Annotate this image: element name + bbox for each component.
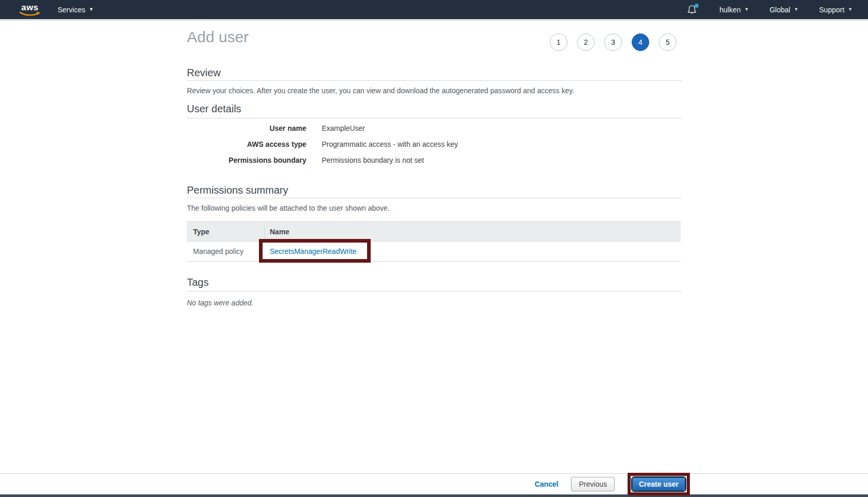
policies-table-header: Type Name	[187, 221, 681, 242]
previous-button[interactable]: Previous	[571, 477, 614, 491]
detail-label: AWS access type	[187, 140, 306, 149]
section-divider	[187, 118, 682, 118]
policy-link[interactable]: SecretsManagerReadWrite	[270, 247, 357, 255]
aws-logo[interactable]: aws	[19, 3, 41, 16]
support-menu[interactable]: Support ▼	[819, 6, 853, 14]
chevron-down-icon: ▼	[89, 7, 94, 12]
review-heading: Review	[187, 67, 221, 79]
section-divider	[187, 80, 682, 81]
user-menu-label: hulken	[719, 6, 740, 14]
region-menu-label: Global	[770, 6, 790, 14]
footer-strip	[0, 494, 868, 497]
policies-table: Type Name Managed policy SecretsManagerR…	[187, 221, 681, 262]
aws-logo-text: aws	[21, 3, 39, 12]
action-bar-buttons: Cancel Previous Create user	[0, 473, 868, 494]
step-indicator: 1 2 3 4 5	[550, 33, 676, 51]
tags-heading: Tags	[187, 277, 209, 288]
detail-value: ExampleUser	[322, 124, 365, 133]
detail-label: User name	[187, 124, 306, 133]
tags-empty-text: No tags were added.	[187, 299, 253, 307]
create-user-button[interactable]: Create user	[632, 477, 685, 491]
navbar-right: hulken ▼ Global ▼ Support ▼	[686, 4, 868, 16]
detail-row-access-type: AWS access type Programmatic access - wi…	[187, 140, 547, 149]
user-details-heading: User details	[187, 103, 241, 115]
detail-row-user-name: User name ExampleUser	[187, 124, 547, 133]
table-row: Managed policy SecretsManagerReadWrite	[187, 242, 681, 262]
step-circle-2[interactable]: 2	[577, 33, 595, 51]
annotation-box-create-user: Create user	[628, 473, 690, 495]
navbar-left: aws Services ▼	[0, 3, 94, 16]
column-header-name: Name	[265, 228, 681, 236]
policy-name-cell: SecretsManagerReadWrite	[265, 247, 681, 255]
action-bar: Cancel Previous Create user	[0, 473, 868, 497]
notifications-button[interactable]	[686, 4, 699, 16]
region-menu[interactable]: Global ▼	[770, 6, 798, 14]
section-divider	[187, 198, 682, 198]
step-circle-4-active[interactable]: 4	[632, 33, 649, 51]
chevron-down-icon: ▼	[794, 7, 798, 12]
services-menu-label: Services	[58, 6, 85, 14]
permissions-summary-description: The following policies will be attached …	[187, 204, 390, 212]
user-details-list: User name ExampleUser AWS access type Pr…	[187, 124, 547, 172]
detail-value: Permissions boundary is not set	[322, 156, 424, 165]
create-user-focus-ring: Create user	[631, 476, 686, 492]
aws-console-screen: aws Services ▼ hulken ▼	[0, 0, 868, 497]
step-circle-5[interactable]: 5	[659, 33, 676, 51]
services-menu[interactable]: Services ▼	[58, 6, 94, 14]
user-menu[interactable]: hulken ▼	[719, 6, 749, 14]
chevron-down-icon: ▼	[744, 7, 749, 12]
permissions-summary-heading: Permissions summary	[187, 184, 288, 196]
chevron-down-icon: ▼	[848, 7, 853, 12]
step-circle-1[interactable]: 1	[550, 33, 567, 51]
detail-value: Programmatic access - with an access key	[322, 140, 458, 149]
policy-type-cell: Managed policy	[187, 247, 265, 255]
column-header-type: Type	[187, 222, 265, 241]
support-menu-label: Support	[819, 6, 844, 14]
page-title: Add user	[187, 28, 249, 46]
detail-label: Permissions boundary	[187, 156, 306, 165]
detail-row-permissions-boundary: Permissions boundary Permissions boundar…	[187, 156, 547, 165]
aws-smile-icon	[19, 12, 41, 16]
review-description: Review your choices. After you create th…	[187, 87, 574, 95]
step-circle-3[interactable]: 3	[604, 33, 622, 51]
top-navbar: aws Services ▼ hulken ▼	[0, 0, 868, 21]
cancel-button[interactable]: Cancel	[535, 480, 559, 488]
notification-dot	[695, 4, 699, 8]
main-content: Add user 1 2 3 4 5 Review Review your ch…	[187, 21, 682, 474]
section-divider	[187, 291, 682, 292]
